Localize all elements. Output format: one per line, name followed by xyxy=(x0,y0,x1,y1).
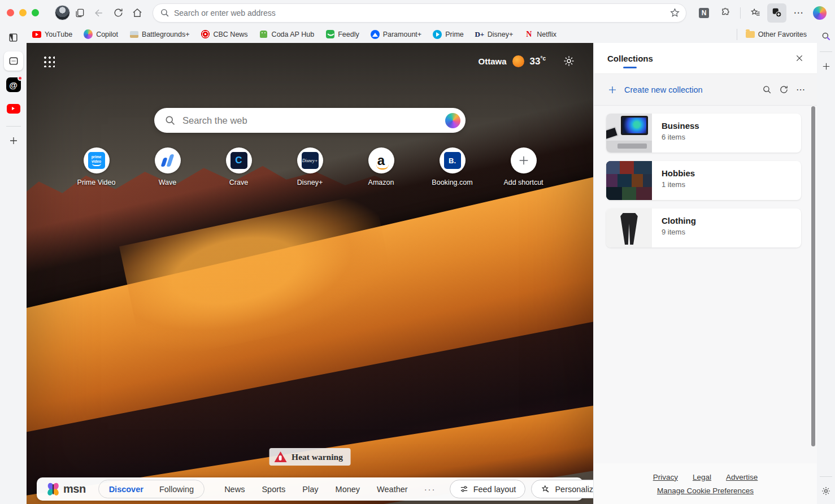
copilot-icon[interactable] xyxy=(810,3,829,23)
close-window-button[interactable] xyxy=(7,9,14,16)
bookmark-prime[interactable]: Prime xyxy=(427,28,469,41)
home-button[interactable] xyxy=(128,3,147,23)
refresh-button[interactable] xyxy=(108,3,128,23)
bookmark-copilot[interactable]: Copilot xyxy=(78,28,124,41)
browser-titlebar: N ⋯ xyxy=(0,0,835,25)
bookmark-label: CBC News xyxy=(213,31,247,38)
onenote-icon[interactable]: N xyxy=(694,3,714,23)
collection-card-clothing[interactable]: Clothing 9 items xyxy=(606,208,801,247)
nav-more-button[interactable]: ··· xyxy=(416,484,444,494)
nav-link-sports[interactable]: Sports xyxy=(253,485,294,494)
feed-layout-button[interactable]: Feed layout xyxy=(450,480,526,498)
bookmark-label: Battlegrounds+ xyxy=(142,31,189,38)
extensions-icon[interactable] xyxy=(716,3,735,23)
collections-toolbar: Create new collection ⋯ xyxy=(594,73,817,106)
heat-warning-badge[interactable]: Heat warning xyxy=(269,448,351,466)
minimize-window-button[interactable] xyxy=(19,9,27,16)
nav-link-weather[interactable]: Weather xyxy=(368,485,416,494)
plus-icon xyxy=(517,154,530,167)
tab-youtube[interactable] xyxy=(4,99,23,118)
close-panel-button[interactable] xyxy=(791,50,808,67)
bookmark-coda-ap-hub[interactable]: Coda AP Hub xyxy=(254,28,320,41)
settings-more-icon[interactable]: ⋯ xyxy=(789,3,808,23)
active-tab-newtab[interactable] xyxy=(4,51,23,71)
bookmark-youtube[interactable]: YouTube xyxy=(27,28,78,41)
tab-following[interactable]: Following xyxy=(151,485,202,494)
plus-icon xyxy=(607,85,617,95)
search-collections-button[interactable] xyxy=(758,81,775,98)
rail-divider xyxy=(820,476,832,477)
bookmark-disney-plus[interactable]: D+ Disney+ xyxy=(469,28,519,41)
bookmark-paramount[interactable]: Paramount+ xyxy=(365,28,427,41)
amazon-icon: a xyxy=(377,154,385,167)
notification-dot xyxy=(18,76,23,81)
nav-link-play[interactable]: Play xyxy=(294,485,327,494)
bookmark-netflix[interactable]: N Netflix xyxy=(519,28,562,41)
bookmark-feedly[interactable]: Feedly xyxy=(320,28,365,41)
manage-cookie-preferences-link[interactable]: Manage Cookie Preferences xyxy=(657,486,754,495)
shortcut-prime-video[interactable]: primevideo Prime Video xyxy=(72,147,120,186)
youtube-icon xyxy=(7,104,20,114)
favorites-icon[interactable] xyxy=(746,3,765,23)
tab-discover[interactable]: Discover xyxy=(101,485,151,494)
other-favorites-folder[interactable]: Other Favorites xyxy=(740,28,812,41)
create-new-collection-button[interactable]: Create new collection xyxy=(607,85,703,95)
customize-sidebar-button[interactable] xyxy=(816,57,835,76)
shortcut-booking[interactable]: B. Booking.com xyxy=(428,147,476,186)
new-tab-button[interactable] xyxy=(4,131,23,150)
profile-avatar[interactable] xyxy=(55,5,70,20)
collections-header: Collections xyxy=(594,43,817,73)
newtab-page: Ottawa 33°c primevideo Prime Video Wave … xyxy=(27,43,593,504)
paramount-icon xyxy=(371,30,380,39)
tab-actions-icon[interactable] xyxy=(70,3,89,23)
personalize-button[interactable]: Personalize xyxy=(531,480,593,498)
cbc-icon xyxy=(201,30,210,39)
coda-icon xyxy=(259,30,268,39)
bookmark-battlegrounds[interactable]: Battlegrounds+ xyxy=(124,28,195,41)
booking-icon: B. xyxy=(444,152,461,169)
shortcut-crave[interactable]: C Crave xyxy=(215,147,263,186)
bookmark-cbc-news[interactable]: CBC News xyxy=(195,28,253,41)
address-bar[interactable] xyxy=(153,3,686,23)
msn-logo[interactable]: msn xyxy=(46,482,86,497)
personalize-star-icon xyxy=(541,484,550,494)
collection-card-hobbies[interactable]: Hobbies 1 items xyxy=(606,161,801,200)
search-icon xyxy=(164,115,176,126)
web-search-bar[interactable] xyxy=(154,108,466,133)
close-icon xyxy=(795,54,804,63)
shortcut-amazon[interactable]: a Amazon xyxy=(357,147,405,186)
page-settings-button[interactable] xyxy=(560,53,577,69)
copilot-icon[interactable] xyxy=(445,113,460,128)
feed-tabs: Discover Following xyxy=(98,480,205,498)
collections-title: Collections xyxy=(607,54,653,63)
collections-more-button[interactable]: ⋯ xyxy=(792,81,809,98)
tab-threads[interactable]: @ xyxy=(4,75,23,94)
nav-link-money[interactable]: Money xyxy=(327,485,369,494)
collection-card-business[interactable]: Business 6 items xyxy=(606,114,801,153)
prime-video-icon: primevideo xyxy=(88,152,105,169)
zoom-window-button[interactable] xyxy=(32,9,39,16)
add-shortcut-button[interactable]: Add shortcut xyxy=(499,147,547,186)
address-input[interactable] xyxy=(174,8,669,18)
refresh-collections-button[interactable] xyxy=(775,81,792,98)
panel-scrollbar[interactable] xyxy=(811,106,815,446)
sidebar-search-button[interactable] xyxy=(816,27,835,46)
advertise-link[interactable]: Advertise xyxy=(726,473,758,481)
shortcut-disney-plus[interactable]: Disney+ Disney+ xyxy=(286,147,334,186)
sidebar-settings-button[interactable] xyxy=(816,481,835,501)
nav-link-news[interactable]: News xyxy=(216,485,253,494)
back-button[interactable] xyxy=(89,3,108,23)
shortcuts-row: primevideo Prime Video Wave C Crave Disn… xyxy=(27,147,593,186)
weather-widget[interactable]: Ottawa 33°c xyxy=(479,55,546,67)
privacy-link[interactable]: Privacy xyxy=(653,473,678,481)
collections-icon[interactable] xyxy=(767,3,786,23)
legal-link[interactable]: Legal xyxy=(693,473,711,481)
web-search-input[interactable] xyxy=(182,115,445,126)
shortcut-wave[interactable]: Wave xyxy=(143,147,192,186)
app-launcher-icon[interactable] xyxy=(42,55,55,67)
netflix-icon: N xyxy=(524,30,533,39)
tab-layout-toggle-icon[interactable] xyxy=(4,28,23,47)
crave-icon: C xyxy=(231,152,247,169)
folder-icon xyxy=(746,30,755,39)
favorite-star-icon[interactable] xyxy=(669,7,680,18)
